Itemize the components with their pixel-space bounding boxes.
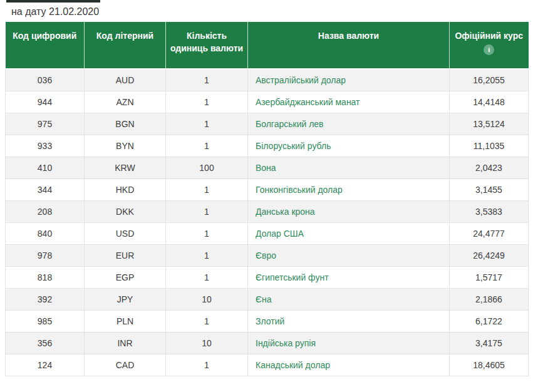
table-row: 933 BYN 1 Білоруський рубль 11,1035 <box>6 135 529 157</box>
currency-name-cell: Гонконгівський долар <box>248 178 450 200</box>
col-header-code-digital: Код цифровий <box>6 22 85 69</box>
table-row: 124 CAD 1 Канадський долар 18,4605 <box>6 354 529 376</box>
official-rate-cell: 26,4249 <box>450 244 529 266</box>
official-rate-cell: 24,4777 <box>450 222 529 244</box>
code-digital-cell: 410 <box>6 157 85 178</box>
code-digital-cell: 208 <box>6 200 85 222</box>
code-letter-cell: JPY <box>85 288 166 310</box>
table-row: 975 BGN 1 Болгарський лев 13,5124 <box>6 113 529 135</box>
code-letter-cell: BYN <box>85 135 166 157</box>
official-rate-cell: 2,0423 <box>450 157 529 178</box>
units-cell: 1 <box>166 91 248 113</box>
code-letter-cell: EUR <box>85 244 166 266</box>
currency-name-cell: Євро <box>248 244 450 266</box>
date-label: на дату 21.02.2020 <box>0 0 533 22</box>
col-header-currency-name: Назва валюти <box>248 22 450 69</box>
currency-name-link[interactable]: Болгарський лев <box>256 119 324 129</box>
code-digital-cell: 344 <box>6 178 85 200</box>
code-letter-cell: PLN <box>85 310 166 332</box>
official-rate-cell: 3,1455 <box>450 178 529 200</box>
code-letter-cell: USD <box>85 222 166 244</box>
code-letter-cell: KRW <box>85 157 166 178</box>
currency-name-link[interactable]: Вона <box>256 163 276 173</box>
units-cell: 1 <box>166 69 248 91</box>
table-row: 818 EGP 1 Єгипетський фунт 1,5717 <box>6 266 529 288</box>
currency-name-cell: Індійська рупія <box>248 332 450 354</box>
code-letter-cell: BGN <box>85 113 166 135</box>
table-row: 840 USD 1 Долар США 24,4777 <box>6 222 529 244</box>
currency-name-link[interactable]: Гонконгівський долар <box>256 185 343 195</box>
top-edge-strip <box>6 0 100 3</box>
currency-name-cell: Білоруський рубль <box>248 135 450 157</box>
table-row: 978 EUR 1 Євро 26,4249 <box>6 244 529 266</box>
table-row: 392 JPY 10 Єна 2,1866 <box>6 288 529 310</box>
units-cell: 1 <box>166 178 248 200</box>
official-rate-cell: 18,4605 <box>450 354 529 376</box>
code-letter-cell: HKD <box>85 178 166 200</box>
currency-name-link[interactable]: Долар США <box>256 229 304 239</box>
code-letter-cell: AUD <box>85 69 166 91</box>
code-digital-cell: 975 <box>6 113 85 135</box>
currency-name-cell: Болгарський лев <box>248 113 450 135</box>
code-letter-cell: EGP <box>85 266 166 288</box>
currency-name-link[interactable]: Єгипетський фунт <box>256 272 329 282</box>
units-cell: 1 <box>166 135 248 157</box>
units-cell: 1 <box>166 244 248 266</box>
table-row: 410 KRW 100 Вона 2,0423 <box>6 157 529 178</box>
currency-name-link[interactable]: Білоруський рубль <box>256 141 331 151</box>
code-digital-cell: 944 <box>6 91 85 113</box>
units-cell: 10 <box>166 332 248 354</box>
table-row: 036 AUD 1 Австралійський долар 16,2055 <box>6 69 529 91</box>
units-cell: 100 <box>166 157 248 178</box>
currency-name-cell: Азербайджанський манат <box>248 91 450 113</box>
currency-name-link[interactable]: Азербайджанський манат <box>256 97 360 107</box>
official-rate-cell: 3,5383 <box>450 200 529 222</box>
currency-name-link[interactable]: Канадський долар <box>256 360 330 370</box>
currency-name-cell: Вона <box>248 157 450 178</box>
code-digital-cell: 124 <box>6 354 85 376</box>
units-cell: 1 <box>166 222 248 244</box>
currency-name-link[interactable]: Єна <box>256 294 272 304</box>
units-cell: 1 <box>166 113 248 135</box>
currency-name-cell: Єна <box>248 288 450 310</box>
currency-name-link[interactable]: Австралійський долар <box>256 75 346 85</box>
table-header: Код цифровий Код літерний Кількість один… <box>6 22 529 69</box>
currency-name-link[interactable]: Злотий <box>256 316 284 326</box>
code-letter-cell: AZN <box>85 91 166 113</box>
exchange-rates-table: Код цифровий Код літерний Кількість один… <box>5 22 529 376</box>
currency-name-cell: Данська крона <box>248 200 450 222</box>
currency-name-link[interactable]: Данська крона <box>256 207 315 217</box>
table-body: 036 AUD 1 Австралійський долар 16,2055 9… <box>6 69 529 376</box>
official-rate-cell: 11,1035 <box>450 135 529 157</box>
official-rate-cell: 2,1866 <box>450 288 529 310</box>
code-letter-cell: INR <box>85 332 166 354</box>
official-rate-cell: 16,2055 <box>450 69 529 91</box>
code-digital-cell: 356 <box>6 332 85 354</box>
col-header-units: Кількість одиниць валюти <box>166 22 248 69</box>
code-digital-cell: 818 <box>6 266 85 288</box>
table-row: 356 INR 10 Індійська рупія 3,4175 <box>6 332 529 354</box>
currency-name-cell: Австралійський долар <box>248 69 450 91</box>
official-rate-cell: 13,5124 <box>450 113 529 135</box>
currency-name-link[interactable]: Євро <box>256 250 276 260</box>
info-icon[interactable]: i <box>484 44 494 55</box>
code-digital-cell: 985 <box>6 310 85 332</box>
table-row: 208 DKK 1 Данська крона 3,5383 <box>6 200 529 222</box>
units-cell: 1 <box>166 200 248 222</box>
col-header-code-letter: Код літерний <box>85 22 166 69</box>
units-cell: 10 <box>166 288 248 310</box>
code-digital-cell: 978 <box>6 244 85 266</box>
table-row: 985 PLN 1 Злотий 6,1722 <box>6 310 529 332</box>
currency-name-cell: Долар США <box>248 222 450 244</box>
units-cell: 1 <box>166 354 248 376</box>
currency-name-link[interactable]: Індійська рупія <box>256 338 316 348</box>
code-digital-cell: 933 <box>6 135 85 157</box>
official-rate-label: Офіційний курс <box>455 29 523 42</box>
table-row: 944 AZN 1 Азербайджанський манат 14,4148 <box>6 91 529 113</box>
col-header-official-rate: Офіційний курс i <box>450 22 529 69</box>
currency-name-cell: Канадський долар <box>248 354 450 376</box>
official-rate-cell: 1,5717 <box>450 266 529 288</box>
code-digital-cell: 840 <box>6 222 85 244</box>
code-digital-cell: 036 <box>6 69 85 91</box>
official-rate-cell: 14,4148 <box>450 91 529 113</box>
